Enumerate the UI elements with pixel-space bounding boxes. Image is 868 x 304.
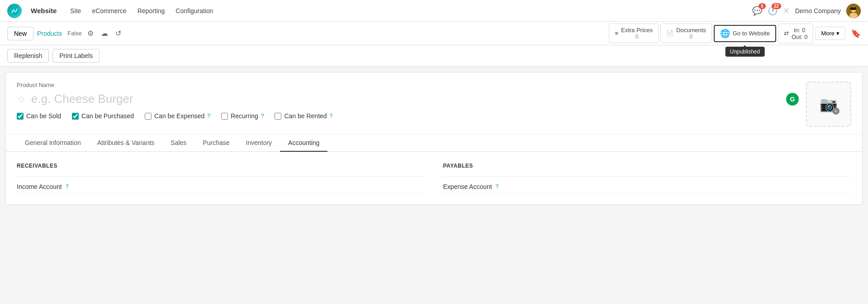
breadcrumb-products[interactable]: Products	[37, 30, 62, 37]
transfer-icon: ⇄	[784, 30, 789, 37]
product-name-label: Product Name	[17, 82, 799, 88]
in-out-button[interactable]: ⇄ In: 0 Out: 0	[778, 24, 813, 43]
form-header: Product Name ☆ G Can be Sold Can be Purc…	[6, 72, 862, 135]
payables-divider	[443, 176, 852, 177]
expense-account-row: Expense Account ?	[443, 180, 852, 193]
upload-icon[interactable]: ☁	[99, 27, 110, 39]
print-labels-button[interactable]: Print Labels	[52, 49, 100, 63]
tab-attributes-variants[interactable]: Attributes & Variants	[89, 135, 163, 152]
income-account-label: Income Account	[17, 183, 62, 190]
receivables-divider	[17, 176, 425, 177]
recurring-help-icon[interactable]: ?	[261, 113, 264, 119]
tabs-row: General Information Attributes & Variant…	[6, 135, 862, 152]
accounting-columns: RECEIVABLES Income Account ? PAYABLES Ex…	[17, 163, 851, 193]
topbar: Website Site eCommerce Reporting Configu…	[0, 0, 868, 22]
nav-site[interactable]: Site	[66, 5, 85, 17]
receivables-section: RECEIVABLES Income Account ?	[17, 163, 425, 193]
documents-button[interactable]: 📄 Documents 0	[660, 24, 712, 43]
new-button[interactable]: New	[7, 27, 33, 40]
tab-sales[interactable]: Sales	[162, 135, 194, 152]
more-button[interactable]: More ▾	[815, 27, 845, 40]
clock-notification[interactable]: 🕐 22	[768, 6, 778, 16]
action-buttons: ≡ Extra Prices 0 📄 Documents 0 🌐 Go to W…	[609, 24, 861, 43]
documents-label: Documents 0	[676, 27, 706, 40]
tab-purchase[interactable]: Purchase	[194, 135, 237, 152]
svg-point-3	[849, 13, 858, 18]
tab-accounting[interactable]: Accounting	[280, 135, 327, 152]
more-chevron-icon: ▾	[836, 30, 840, 37]
company-name: Demo Company	[795, 7, 841, 14]
income-account-row: Income Account ?	[17, 180, 425, 193]
topbar-right: 💬 5 🕐 22 ✕ Demo Company	[752, 4, 861, 18]
tab-inventory[interactable]: Inventory	[238, 135, 280, 152]
extra-prices-icon: ≡	[615, 30, 618, 37]
breadcrumb-sub: False	[67, 30, 82, 37]
brand-name: Website	[31, 7, 57, 14]
payables-title: PAYABLES	[443, 163, 852, 169]
extra-prices-button[interactable]: ≡ Extra Prices 0	[609, 24, 659, 43]
svg-rect-5	[850, 8, 852, 10]
in-out-label: In: 0 Out: 0	[792, 27, 807, 40]
extra-prices-label: Extra Prices 0	[621, 27, 653, 40]
receivables-title: RECEIVABLES	[17, 163, 425, 169]
rented-help-icon[interactable]: ?	[330, 113, 333, 119]
bookmark-icon[interactable]: 🔖	[851, 29, 861, 39]
product-form: Product Name ☆ G Can be Sold Can be Purc…	[5, 72, 863, 205]
camera-icon: 📷 +	[820, 96, 838, 113]
go-to-website-button[interactable]: 🌐 Go to Website	[714, 25, 776, 42]
nav-reporting[interactable]: Reporting	[133, 5, 170, 17]
can-be-purchased-checkbox[interactable]: Can be Purchased	[72, 112, 134, 120]
user-avatar[interactable]	[846, 4, 861, 18]
top-nav: Site eCommerce Reporting Configuration	[66, 5, 218, 17]
go-to-website-label: Go to Website	[733, 30, 770, 37]
app-logo	[7, 4, 22, 18]
expensed-help-icon[interactable]: ?	[207, 113, 210, 119]
payables-section: PAYABLES Expense Account ?	[443, 163, 852, 193]
accounting-tab-content: RECEIVABLES Income Account ? PAYABLES Ex…	[6, 152, 862, 204]
go-to-website-wrapper: 🌐 Go to Website Unpublished	[714, 25, 776, 42]
tab-general-information[interactable]: General Information	[17, 135, 89, 152]
can-be-expensed-checkbox[interactable]: Can be Expensed ?	[145, 112, 210, 120]
grammarly-icon: G	[786, 93, 799, 106]
globe-icon: 🌐	[720, 29, 730, 39]
chat-badge: 5	[759, 3, 766, 9]
checkboxes-row: Can be Sold Can be Purchased Can be Expe…	[17, 112, 799, 120]
unpublished-tooltip: Unpublished	[726, 47, 765, 57]
chat-notification[interactable]: 💬 5	[752, 6, 762, 16]
replenish-button[interactable]: Replenish	[7, 49, 49, 63]
income-account-help-icon[interactable]: ?	[66, 183, 69, 190]
favorite-star-icon[interactable]: ☆	[17, 93, 26, 105]
product-image-upload[interactable]: 📷 +	[806, 82, 851, 127]
can-be-rented-checkbox[interactable]: Can be Rented ?	[275, 112, 332, 120]
image-add-icon: +	[832, 107, 840, 115]
more-label: More	[821, 30, 835, 37]
documents-icon: 📄	[666, 30, 674, 37]
clock-badge: 22	[772, 3, 781, 9]
refresh-icon[interactable]: ↺	[114, 27, 123, 39]
separator: ✕	[783, 6, 790, 16]
product-name-row: ☆ G	[17, 92, 799, 106]
settings-icon[interactable]: ⚙	[85, 27, 95, 39]
recurring-checkbox[interactable]: Recurring ?	[221, 112, 264, 120]
nav-configuration[interactable]: Configuration	[171, 5, 218, 17]
nav-ecommerce[interactable]: eCommerce	[87, 5, 131, 17]
secondbar: New Products False ⚙ ☁ ↺ ≡ Extra Prices …	[0, 22, 868, 45]
product-name-input[interactable]	[31, 92, 781, 106]
expense-account-label: Expense Account	[443, 183, 492, 190]
expense-account-help-icon[interactable]: ?	[496, 183, 499, 190]
can-be-sold-checkbox[interactable]: Can be Sold	[17, 112, 61, 120]
